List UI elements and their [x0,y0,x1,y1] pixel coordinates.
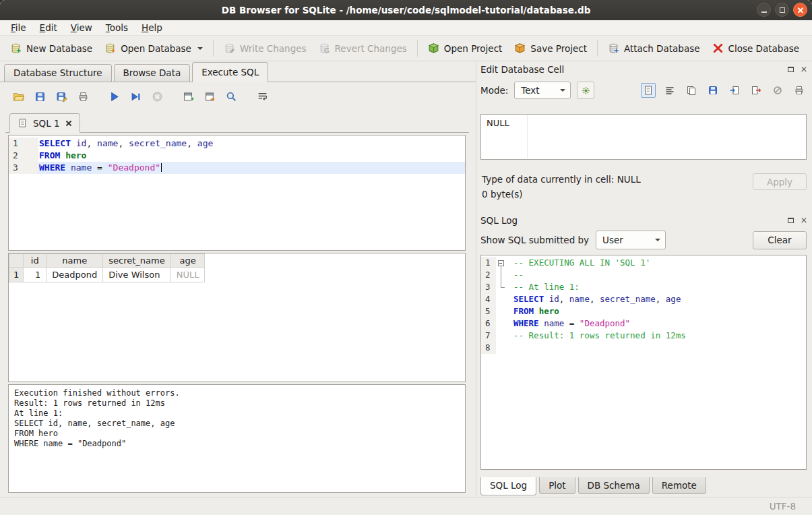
title-bar[interactable]: DB Browser for SQLite - /home/user/code/… [0,0,812,20]
close-database-button[interactable]: Close Database [706,39,805,57]
db-open-icon [104,42,116,54]
line-number: 6 [481,317,496,330]
cell-id[interactable]: 1 [24,268,46,282]
sql-editor[interactable]: 1SELECT id, name, secret_name, age2FROM … [8,135,466,251]
save-sql-file-as-icon[interactable] [54,89,69,104]
open-sql-file-icon[interactable] [11,89,26,104]
log-filter-select[interactable]: User [596,231,666,249]
import-data-icon[interactable] [727,83,742,98]
main-toolbar: New DatabaseOpen DatabaseWrite ChangesRe… [0,36,812,61]
chevron-down-icon[interactable] [197,47,203,50]
menu-view[interactable]: View [64,21,99,34]
new-database-button[interactable]: New Database [4,39,98,57]
save-sql-file-icon[interactable] [32,89,47,104]
left-pane: Database StructureBrowse DataExecute SQL… [0,61,476,497]
menu-edit[interactable]: Edit [33,21,64,34]
menu-tools[interactable]: Tools [99,21,135,34]
close-tab-button[interactable] [65,120,72,127]
main-tab-bar: Database StructureBrowse DataExecute SQL [0,61,476,82]
row-number[interactable]: 1 [9,268,24,282]
tab-sql-1[interactable]: SQL 1 [9,113,80,133]
float-panel-icon [788,218,794,223]
cell-name[interactable]: Deadpond [46,268,103,282]
cell-age[interactable]: NULL [170,268,205,282]
close-window-button[interactable] [793,3,807,17]
attach-database-button[interactable]: Attach Database [602,39,706,57]
sql-log-view[interactable]: 1-- EXECUTING ALL IN 'SQL 1'2--3-- At li… [480,255,807,470]
tab-browse-data[interactable]: Browse Data [114,64,191,82]
new-sql-tab-icon[interactable] [181,89,195,104]
line-number: 2 [9,150,38,162]
cell-secret-name[interactable]: Dive Wilson [103,268,170,282]
text-mode-icon[interactable] [641,83,656,98]
code-line: 3WHERE name = "Deadpond" [9,162,465,174]
menu-help[interactable]: Help [135,21,169,34]
open-database-button[interactable]: Open Database [98,39,209,57]
close-tab-icon [65,120,72,127]
open-sql-in-tab-icon[interactable] [202,89,217,104]
code-text: -- Result: 1 rows returned in 12ms [507,330,806,342]
menu-file[interactable]: File [4,21,33,34]
sql-tab-bar: SQL 1 [5,113,469,133]
tab-database-structure[interactable]: Database Structure [4,64,112,82]
maximize-button[interactable] [775,3,789,17]
word-wrap-icon[interactable] [255,89,270,104]
close-log-panel-button[interactable] [799,216,809,225]
edit-cell-panel-header: Edit Database Cell [480,63,809,76]
dock-tab-bar: SQL LogPlotDB SchemaRemote [480,477,709,495]
dock-tab-db-schema[interactable]: DB Schema [578,477,650,494]
window-controls [757,3,807,17]
export-data-icon[interactable] [749,83,763,98]
log-filter-row: Show SQL submitted by User Clear [480,230,807,250]
execution-message-box[interactable]: Execution finished without errors.Result… [8,384,466,493]
save-project-button[interactable]: Save Project [508,39,593,57]
db-attach-icon [608,42,619,54]
fold-marker-icon[interactable] [496,257,507,269]
print-sql-icon[interactable] [75,89,90,104]
code-line: 7-- Result: 1 rows returned in 12ms [481,330,806,342]
cell-editor[interactable]: NULL [480,114,807,160]
column-header-secret-name[interactable]: secret_name [103,254,170,268]
save-cell-icon[interactable] [706,83,720,98]
line-number: 2 [481,269,496,281]
tab-execute-sql[interactable]: Execute SQL [192,62,268,82]
dock-tab-remote[interactable]: Remote [652,477,706,494]
settings-icon [581,86,591,96]
db-close-icon [712,42,724,54]
float-panel-button[interactable] [786,65,795,74]
dock-tab-sql-log[interactable]: SQL Log [480,477,536,495]
copy-cell-icon[interactable] [684,83,699,98]
settings-button[interactable] [577,82,594,99]
minimize-button[interactable] [757,3,771,17]
message-line: Result: 1 rows returned in 12ms [14,398,460,408]
dock-tab-plot[interactable]: Plot [539,477,575,494]
message-line: Execution finished without errors. [14,388,460,398]
message-line: SELECT id, name, secret_name, age [14,419,460,429]
mode-select[interactable]: Text [514,82,571,99]
column-header-age[interactable]: age [170,254,205,268]
column-header-id[interactable]: id [24,254,46,268]
code-line: 1-- EXECUTING ALL IN 'SQL 1' [481,257,806,269]
float-log-panel-button[interactable] [786,216,795,225]
print-cell-icon[interactable] [792,83,807,98]
find-replace-icon[interactable] [224,89,239,104]
stop-execution-icon [150,89,164,104]
line-number: 3 [9,162,38,174]
execute-current-line-icon[interactable] [128,89,143,104]
toolbar-button-label: Open Project [444,43,503,54]
fold-gutter [496,293,507,305]
sql-tab-label: SQL 1 [33,118,60,129]
execute-all-icon[interactable] [106,89,121,104]
clear-button[interactable]: Clear [753,231,807,249]
set-null-icon[interactable] [770,83,785,98]
message-line: FROM hero [14,429,460,439]
chevron-down-icon [560,89,565,92]
close-panel-button[interactable] [799,65,809,74]
toolbar-button-label: Save Project [530,43,587,54]
open-project-button[interactable]: Open Project [422,39,509,57]
toolbar-separator [213,40,214,57]
fold-gutter [496,305,507,317]
wrap-lines-icon[interactable] [662,83,677,98]
apply-button[interactable]: Apply [753,173,807,190]
column-header-name[interactable]: name [46,254,103,268]
